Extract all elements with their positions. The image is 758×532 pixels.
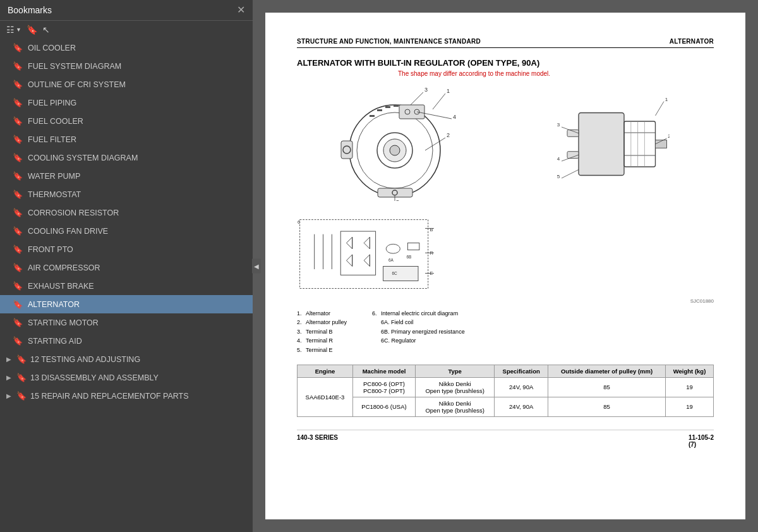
svg-rect-28 bbox=[579, 113, 624, 176]
diagram-side-view: 1 2 3 4 5 bbox=[512, 87, 714, 201]
doc-title: ALTERNATOR WITH BUILT-IN REGULATOR (OPEN… bbox=[297, 58, 714, 68]
svg-rect-29 bbox=[624, 121, 656, 167]
bookmarks-title: Bookmarks bbox=[8, 5, 52, 15]
bookmark-item-starting-aid[interactable]: 🔖 STARTING AID bbox=[0, 332, 253, 350]
table-cell-diameter: 85 bbox=[548, 397, 666, 416]
doc-header-left-text: STRUCTURE AND FUNCTION, MAINTENANCE STAN… bbox=[297, 38, 481, 45]
section-item-12[interactable]: ▶ 🔖 12 TESTING AND ADJUSTING bbox=[0, 350, 253, 368]
bookmark-label: FUEL SYSTEM DIAGRAM bbox=[28, 62, 121, 71]
section-item-13[interactable]: ▶ 🔖 13 DISASSEMBLY AND ASSEMBLY bbox=[0, 368, 253, 387]
bookmark-label: COOLING FAN DRIVE bbox=[28, 227, 108, 236]
table-header-spec: Specification bbox=[495, 365, 548, 377]
legend-text: Terminal R bbox=[306, 336, 333, 345]
bookmark-label: FRONT PTO bbox=[28, 245, 73, 254]
bookmark-leaf-icon: 🔖 bbox=[13, 98, 23, 107]
svg-marker-54 bbox=[346, 237, 352, 248]
svg-rect-64 bbox=[407, 243, 419, 250]
diagram-front-view: 1 2 3 4 5 bbox=[297, 87, 499, 201]
document-page: STRUCTURE AND FUNCTION, MAINTENANCE STAN… bbox=[265, 13, 745, 519]
svg-line-20 bbox=[425, 138, 445, 150]
bookmark-item-starting-motor[interactable]: 🔖 STARTING MOTOR bbox=[0, 313, 253, 332]
bookmark-item-alternator[interactable]: 🔖 ALTERNATOR bbox=[0, 295, 253, 313]
bookmark-leaf-icon: 🔖 bbox=[13, 153, 23, 162]
svg-text:B: B bbox=[430, 227, 433, 233]
expand-arrow-icon: ▶ bbox=[6, 392, 11, 399]
svg-rect-15 bbox=[399, 105, 424, 119]
svg-point-62 bbox=[386, 244, 400, 253]
bookmark-item-fuel-system-diagram[interactable]: 🔖 FUEL SYSTEM DIAGRAM bbox=[0, 57, 253, 75]
bookmark-leaf-icon: 🔖 bbox=[13, 190, 23, 199]
bookmark-item-exhaust-brake[interactable]: 🔖 EXHAUST BRAKE bbox=[0, 277, 253, 295]
toolbar-row: ☷ ▼ 🔖 ↖ bbox=[0, 21, 253, 39]
svg-marker-56 bbox=[346, 255, 352, 266]
bookmark-section-icon: 🔖 bbox=[16, 354, 27, 364]
svg-rect-10 bbox=[377, 109, 382, 111]
section-label: 13 DISASSEMBLY AND ASSEMBLY bbox=[30, 373, 159, 382]
legend-num: 3. bbox=[297, 327, 303, 336]
bookmark-item-water-pump[interactable]: 🔖 WATER PUMP bbox=[0, 167, 253, 185]
svg-text:4: 4 bbox=[453, 114, 456, 120]
svg-rect-9 bbox=[370, 115, 375, 117]
bookmark-icon: 🔖 bbox=[27, 25, 37, 35]
bookmark-item-thermostat[interactable]: 🔖 THERMOSTAT bbox=[0, 185, 253, 203]
table-row: SAA6D140E-3 PC800-6 (OPT)PC800-7 (OPT) N… bbox=[298, 377, 714, 397]
right-panel: ◀ STRUCTURE AND FUNCTION, MAINTENANCE ST… bbox=[253, 0, 758, 532]
bookmark-leaf-icon: 🔖 bbox=[13, 135, 23, 144]
bookmark-item-corrosion-resistor[interactable]: 🔖 CORROSION RESISTOR bbox=[0, 203, 253, 222]
bookmark-section-icon: 🔖 bbox=[16, 373, 27, 382]
cursor-indicator: ↖ bbox=[42, 25, 50, 35]
svg-marker-58 bbox=[364, 237, 370, 248]
bookmark-label: COOLING SYSTEM DIAGRAM bbox=[28, 154, 138, 162]
bookmark-leaf-icon: 🔖 bbox=[13, 116, 23, 126]
svg-text:5: 5 bbox=[557, 174, 560, 179]
legend-right: 6. Internal electric circuit diagram 6A.… bbox=[372, 309, 465, 354]
bookmark-label: FUEL FILTER bbox=[28, 135, 76, 144]
bookmark-item-cooling-system-diagram[interactable]: 🔖 COOLING SYSTEM DIAGRAM bbox=[0, 148, 253, 167]
diagram-label: SJC01880 bbox=[297, 298, 714, 304]
bookmark-item-oil-cooler[interactable]: 🔖 OIL COOLER bbox=[0, 39, 253, 57]
collapse-panel-button[interactable]: ◀ bbox=[252, 259, 261, 274]
svg-rect-12 bbox=[394, 105, 399, 107]
bookmark-item-front-pto[interactable]: 🔖 FRONT PTO bbox=[0, 240, 253, 258]
bookmark-item-outline-cri[interactable]: 🔖 OUTLINE OF CRI SYSTEM bbox=[0, 75, 253, 94]
table-row: PC1800-6 (USA) Nikko DenkiOpen type (bru… bbox=[298, 397, 714, 416]
section-item-15[interactable]: ▶ 🔖 15 REPAIR AND REPLACEMENTOF PARTS bbox=[0, 387, 253, 405]
doc-subtitle: The shape may differ according to the ma… bbox=[398, 70, 714, 77]
bookmark-leaf-icon: 🔖 bbox=[13, 245, 23, 254]
table-cell-spec: 24V, 90A bbox=[495, 397, 548, 416]
table-cell-model: PC800-6 (OPT)PC800-7 (OPT) bbox=[352, 377, 415, 397]
legend-text: 6A. Field coil bbox=[381, 318, 414, 327]
bookmark-item-fuel-cooler[interactable]: 🔖 FUEL COOLER bbox=[0, 112, 253, 130]
table-cell-engine: SAA6D140E-3 bbox=[298, 377, 353, 416]
bookmark-label: FUEL PIPING bbox=[28, 99, 76, 107]
table-cell-model: PC1800-6 (USA) bbox=[352, 397, 415, 416]
svg-text:3: 3 bbox=[557, 122, 560, 128]
svg-text:6A: 6A bbox=[388, 258, 394, 262]
svg-text:3: 3 bbox=[424, 87, 428, 93]
svg-marker-60 bbox=[364, 255, 370, 266]
list-view-button[interactable]: ☷ ▼ bbox=[6, 25, 21, 35]
svg-line-38 bbox=[656, 102, 665, 116]
table-header-machine-model: Machine model bbox=[352, 365, 415, 377]
table-header-type: Type bbox=[416, 365, 495, 377]
close-button[interactable]: ✕ bbox=[237, 5, 245, 15]
bookmark-label: ALTERNATOR bbox=[28, 300, 80, 309]
bookmark-item-fuel-filter[interactable]: 🔖 FUEL FILTER bbox=[0, 130, 253, 148]
expand-arrow-icon: ▶ bbox=[6, 356, 11, 363]
bookmark-item-air-compressor[interactable]: 🔖 AIR COMPRESSOR bbox=[0, 258, 253, 277]
table-cell-weight: 19 bbox=[666, 397, 714, 416]
bookmark-label: FUEL COOLER bbox=[28, 117, 83, 126]
bookmark-button[interactable]: 🔖 bbox=[27, 25, 37, 35]
bookmark-label: OUTLINE OF CRI SYSTEM bbox=[28, 80, 126, 89]
left-panel: Bookmarks ✕ ☷ ▼ 🔖 ↖ 🔖 OIL COOLER 🔖 FUEL … bbox=[0, 0, 253, 532]
svg-text:2: 2 bbox=[447, 132, 450, 138]
bookmark-section-icon: 🔖 bbox=[16, 391, 27, 401]
doc-header: STRUCTURE AND FUNCTION, MAINTENANCE STAN… bbox=[297, 38, 714, 48]
svg-rect-53 bbox=[340, 231, 375, 275]
bookmark-leaf-icon: 🔖 bbox=[13, 80, 23, 89]
legend-num bbox=[372, 327, 378, 336]
bookmark-item-cooling-fan-drive[interactable]: 🔖 COOLING FAN DRIVE bbox=[0, 222, 253, 240]
bookmark-leaf-icon: 🔖 bbox=[13, 263, 23, 272]
bookmark-item-fuel-piping[interactable]: 🔖 FUEL PIPING bbox=[0, 94, 253, 112]
legend-num: 6. bbox=[372, 309, 378, 318]
